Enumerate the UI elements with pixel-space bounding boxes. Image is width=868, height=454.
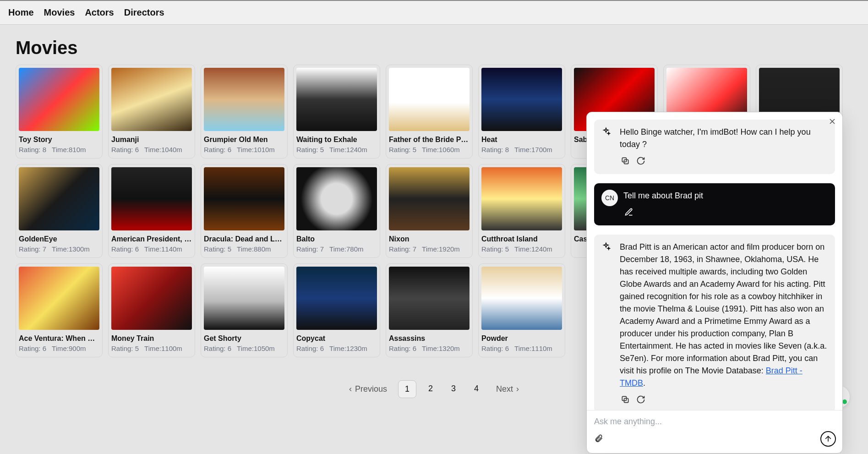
- movie-rating: Rating: 6: [481, 345, 509, 352]
- close-icon: [828, 117, 837, 126]
- movie-meta: Rating: 6Time:1230m: [296, 345, 377, 352]
- movie-title: American President, The: [111, 235, 192, 243]
- movie-rating: Rating: 5: [481, 245, 509, 253]
- movie-time: Time:1110m: [514, 345, 552, 352]
- movie-meta: Rating: 8Time:810m: [19, 146, 99, 153]
- chat-input[interactable]: [594, 417, 835, 427]
- chat-close-button[interactable]: [828, 117, 837, 128]
- movie-poster: [296, 267, 377, 330]
- pagination-page-3[interactable]: 3: [445, 380, 462, 398]
- movie-time: Time:1320m: [422, 345, 460, 352]
- movie-card[interactable]: Money TrainRating: 5Time:1100m: [108, 263, 195, 357]
- pagination-previous[interactable]: Previous: [342, 381, 393, 398]
- movie-rating: Rating: 6: [111, 146, 139, 153]
- movie-poster: [204, 68, 284, 131]
- movie-rating: Rating: 6: [204, 146, 231, 153]
- movie-card[interactable]: Toy StoryRating: 8Time:810m: [16, 65, 103, 159]
- movie-rating: Rating: 7: [19, 245, 46, 253]
- page-title: Movies: [16, 38, 852, 58]
- bot-message: Brad Pitt is an American actor and film …: [594, 235, 835, 410]
- movie-title: Ace Ventura: When Nature Calls: [19, 334, 99, 343]
- movie-time: Time:1140m: [144, 245, 182, 253]
- chevron-left-icon: [347, 386, 354, 393]
- movie-card[interactable]: Father of the Bride Part IIRating: 5Time…: [386, 65, 473, 159]
- movie-meta: Rating: 7Time:1300m: [19, 245, 99, 253]
- movie-card[interactable]: JumanjiRating: 6Time:1040m: [108, 65, 195, 159]
- movie-title: Get Shorty: [204, 334, 284, 343]
- copy-button[interactable]: [620, 394, 631, 406]
- movie-card[interactable]: Dracula: Dead and Loving ItRating: 5Time…: [201, 164, 288, 258]
- movie-rating: Rating: 5: [296, 146, 324, 153]
- movie-meta: Rating: 6Time:1110m: [481, 345, 562, 352]
- movie-card[interactable]: AssassinsRating: 6Time:1320m: [386, 263, 473, 357]
- bot-message-text: Hello Binge watcher, I'm imdBot! How can…: [620, 126, 828, 151]
- movie-meta: Rating: 8Time:1700m: [481, 146, 562, 153]
- movie-card[interactable]: GoldenEyeRating: 7Time:1300m: [16, 164, 103, 258]
- pagination-page-2[interactable]: 2: [422, 380, 439, 398]
- movie-card[interactable]: CopycatRating: 6Time:1230m: [293, 263, 380, 357]
- chevron-right-icon: [514, 386, 521, 393]
- movie-card[interactable]: American President, TheRating: 6Time:114…: [108, 164, 195, 258]
- movie-card[interactable]: Grumpier Old MenRating: 6Time:1010m: [201, 65, 288, 159]
- movie-rating: Rating: 6: [19, 345, 46, 352]
- movie-card[interactable]: Waiting to ExhaleRating: 5Time:1240m: [293, 65, 380, 159]
- nav-actors[interactable]: Actors: [85, 7, 114, 18]
- copy-button[interactable]: [620, 155, 631, 168]
- movie-poster: [111, 68, 192, 131]
- pagination-next-label: Next: [496, 384, 513, 394]
- movie-card[interactable]: HeatRating: 8Time:1700m: [478, 65, 565, 159]
- pagination-page-4[interactable]: 4: [468, 380, 485, 398]
- movie-meta: Rating: 6Time:1040m: [111, 146, 192, 153]
- movie-poster: [296, 68, 377, 131]
- movie-meta: Rating: 7Time:780m: [296, 245, 377, 253]
- arrow-up-icon: [824, 434, 833, 443]
- movie-title: Heat: [481, 136, 562, 144]
- movie-poster: [296, 167, 377, 230]
- movie-poster: [204, 167, 284, 230]
- movie-card[interactable]: PowderRating: 6Time:1110m: [478, 263, 565, 357]
- movie-meta: Rating: 5Time:1240m: [296, 146, 377, 153]
- movie-rating: Rating: 8: [481, 146, 509, 153]
- movie-title: Balto: [296, 235, 377, 243]
- edit-button[interactable]: [623, 207, 634, 219]
- nav-movies[interactable]: Movies: [44, 7, 75, 18]
- movie-poster: [19, 167, 99, 230]
- movie-poster: [204, 267, 284, 330]
- attach-button[interactable]: [593, 433, 604, 445]
- send-button[interactable]: [820, 431, 836, 447]
- movie-rating: Rating: 7: [389, 245, 416, 253]
- movie-time: Time:1300m: [52, 245, 90, 253]
- movie-card[interactable]: Ace Ventura: When Nature CallsRating: 6T…: [16, 263, 103, 357]
- movie-time: Time:1040m: [144, 146, 182, 153]
- movie-time: Time:1240m: [514, 245, 552, 253]
- chat-body: Hello Binge watcher, I'm imdBot! How can…: [587, 112, 842, 410]
- pagination-page-1[interactable]: 1: [398, 380, 416, 398]
- refresh-icon: [636, 156, 645, 165]
- movie-card[interactable]: Cutthroat IslandRating: 5Time:1240m: [478, 164, 565, 258]
- nav-directors[interactable]: Directors: [124, 7, 164, 18]
- movie-poster: [481, 167, 562, 230]
- movie-card[interactable]: Get ShortyRating: 6Time:1050m: [201, 263, 288, 357]
- bot-message: Hello Binge watcher, I'm imdBot! How can…: [594, 120, 835, 174]
- movie-title: Cutthroat Island: [481, 235, 562, 243]
- paperclip-icon: [594, 434, 603, 443]
- movie-poster: [19, 267, 99, 330]
- pagination-next[interactable]: Next: [491, 381, 526, 398]
- movie-rating: Rating: 5: [111, 345, 139, 352]
- movie-card[interactable]: NixonRating: 7Time:1920m: [386, 164, 473, 258]
- movie-rating: Rating: 5: [204, 245, 231, 253]
- nav-home[interactable]: Home: [8, 7, 34, 18]
- movie-rating: Rating: 5: [389, 146, 416, 153]
- pagination-previous-label: Previous: [355, 384, 387, 394]
- movie-time: Time:1920m: [422, 245, 460, 253]
- chat-footer: [587, 427, 842, 453]
- bot-answer-text: Brad Pitt is an American actor and film …: [620, 242, 827, 375]
- movie-card[interactable]: BaltoRating: 7Time:780m: [293, 164, 380, 258]
- copy-icon: [621, 156, 630, 165]
- movie-title: Nixon: [389, 235, 469, 243]
- regenerate-button[interactable]: [635, 155, 646, 168]
- movie-meta: Rating: 6Time:1010m: [204, 146, 284, 153]
- movie-title: Dracula: Dead and Loving It: [204, 235, 284, 243]
- regenerate-button[interactable]: [635, 394, 646, 406]
- topbar: Home Movies Actors Directors: [0, 0, 868, 25]
